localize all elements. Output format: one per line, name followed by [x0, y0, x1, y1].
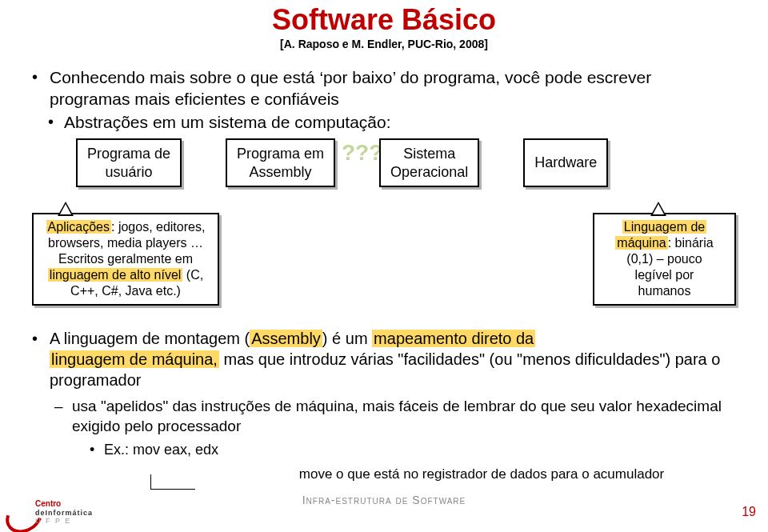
- annotation-connector-icon: [150, 474, 195, 490]
- logo-informatica: Centro deInformática U F P E: [5, 495, 97, 529]
- ghost-question-marks: ???: [342, 140, 382, 166]
- example-mov: Ex.: mov eax, edx: [32, 442, 736, 458]
- abstraction-boxes-row: ??? Programa de usuário Programa em Asse…: [76, 138, 736, 187]
- callout-highlight: Linguagem de: [622, 220, 706, 234]
- callout-highlight: linguagem de alto nível: [48, 268, 183, 282]
- highlight-mapping1: mapeamento direto da: [372, 330, 535, 347]
- logo-line: deInformática: [35, 509, 93, 517]
- annotation-text: move o que está no registrador de dados …: [227, 466, 736, 482]
- box-line: Assembly: [250, 164, 312, 180]
- box-line: usuário: [106, 164, 153, 180]
- slide-subtitle: [A. Raposo e M. Endler, PUC-Rio, 2008]: [0, 38, 768, 50]
- bullet-conhecendo: Conhecendo mais sobre o que está ‘por ba…: [32, 66, 736, 110]
- box-programa-assembly: Programa em Assembly: [226, 138, 335, 187]
- callout-pointer-icon: [650, 202, 666, 216]
- assembly-description: A linguagem de montagem (Assembly) é um …: [32, 328, 736, 458]
- callout-text: : jogos, editores,: [111, 220, 205, 234]
- box-line: Programa de: [87, 146, 170, 162]
- callout-aplicacoes: Aplicações: jogos, editores, browsers, m…: [32, 213, 219, 306]
- callout-text: browsers, media players …: [48, 236, 203, 250]
- main-bullet-list: Conhecendo mais sobre o que está ‘por ba…: [32, 66, 736, 133]
- callout-text: : binária: [668, 236, 714, 250]
- dash-apelidos: usa "apelidos" das instruções de máquina…: [32, 397, 736, 436]
- box-line: Operacional: [390, 164, 468, 180]
- box-programa-usuario: Programa de usuário: [76, 138, 182, 187]
- text-frag: ) é um: [322, 330, 372, 347]
- box-line: Programa em: [237, 146, 324, 162]
- callout-text: (0,1) – pouco: [626, 252, 702, 266]
- bullet-abstracoes: Abstrações em um sistema de computação:: [32, 113, 736, 132]
- callout-highlight: máquina: [615, 236, 667, 250]
- callout-text: Escritos geralmente em: [58, 252, 193, 266]
- callout-linguagem-maquina: Linguagem de máquina: binária (0,1) – po…: [593, 213, 736, 306]
- callouts-row: Aplicações: jogos, editores, browsers, m…: [32, 213, 736, 306]
- callout-pointer-icon: [58, 202, 74, 216]
- slide-footer: Centro deInformática U F P E Infra-estru…: [0, 494, 768, 532]
- logo-line: Centro: [35, 499, 61, 508]
- bullet-assembly-mapping: A linguagem de montagem (Assembly) é um …: [32, 328, 736, 390]
- box-line: Hardware: [534, 154, 597, 172]
- logo-text: Centro deInformática U F P E: [35, 500, 93, 526]
- highlight-assembly: Assembly: [250, 330, 322, 347]
- slide-title: Software Básico: [0, 4, 768, 36]
- logo-line: U F P E: [35, 517, 71, 525]
- callout-text: C++, C#, Java etc.): [70, 284, 181, 298]
- callout-text: legível por: [635, 268, 694, 282]
- callout-text: humanos: [638, 284, 691, 298]
- text-frag: A linguagem de montagem (: [50, 330, 250, 347]
- page-number: 19: [742, 505, 756, 519]
- box-hardware: Hardware: [523, 138, 608, 187]
- box-line: Sistema: [403, 146, 455, 162]
- footer-label: Infra-estrutura de Software: [0, 494, 768, 506]
- callout-text: (C,: [182, 268, 203, 282]
- highlight-mapping2: linguagem de máquina,: [50, 350, 219, 368]
- callout-highlight: Aplicações: [46, 220, 111, 234]
- box-sistema-operacional: Sistema Operacional: [379, 138, 479, 187]
